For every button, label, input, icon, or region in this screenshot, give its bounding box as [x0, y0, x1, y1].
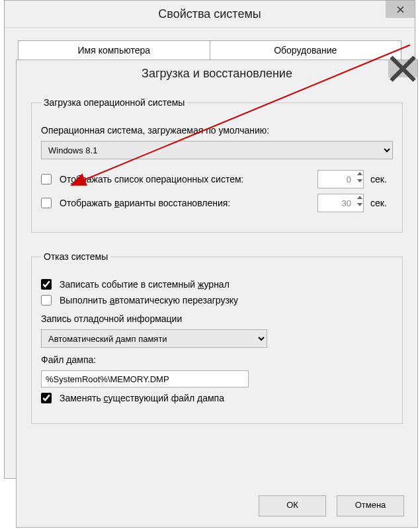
startup-recovery-dialog: Загрузка и восстановление Загрузка опера…: [16, 60, 418, 528]
parent-titlebar: Свойства системы: [5, 1, 415, 28]
log-event-label: Записать событие в системный журнал: [60, 279, 230, 290]
close-icon: [397, 6, 404, 13]
group-system-failure-legend: Отказ системы: [41, 251, 110, 262]
group-system-failure: Отказ системы Записать событие в системн…: [31, 251, 403, 424]
default-os-label: Операционная система, загружаемая по умо…: [41, 125, 269, 136]
dump-info-label: Запись отладочной информации: [41, 313, 182, 324]
child-titlebar: Загрузка и восстановление: [17, 60, 417, 87]
log-event-checkbox[interactable]: [41, 279, 52, 290]
show-os-list-checkbox[interactable]: [41, 174, 52, 184]
cancel-button[interactable]: Отмена: [337, 495, 404, 516]
show-recovery-label: Отображать варианты восстановления:: [60, 198, 230, 208]
close-icon: [388, 54, 417, 83]
seconds-unit: сек.: [370, 174, 393, 184]
parent-title: Свойства системы: [158, 7, 261, 21]
auto-restart-checkbox[interactable]: [41, 295, 52, 305]
tab-hardware[interactable]: Оборудование: [210, 40, 402, 60]
seconds-unit: сек.: [370, 198, 393, 208]
dialog-body: Загрузка операционной системы Операционн…: [31, 97, 403, 483]
show-recovery-checkbox[interactable]: [41, 198, 52, 208]
show-os-list-label: Отображать список операционных систем:: [60, 174, 243, 184]
tabstrip: Имя компьютера Оборудование: [18, 40, 401, 61]
group-system-startup-legend: Загрузка операционной системы: [41, 97, 187, 108]
parent-close-button[interactable]: [386, 1, 415, 18]
dump-file-label: Файл дампа:: [41, 354, 96, 365]
child-close-button[interactable]: [388, 60, 417, 77]
default-os-select[interactable]: Windows 8.1: [41, 141, 393, 159]
button-bar: ОК Отмена: [259, 495, 404, 516]
overwrite-dump-label: Заменять существующий файл дампа: [60, 393, 224, 403]
dump-type-select[interactable]: Автоматический дамп памяти: [41, 329, 267, 348]
group-system-startup: Загрузка операционной системы Операционн…: [31, 97, 403, 233]
ok-button[interactable]: ОК: [259, 495, 326, 516]
auto-restart-label: Выполнить автоматическую перезагрузку: [60, 295, 238, 305]
overwrite-dump-checkbox[interactable]: [41, 393, 52, 403]
dump-file-input[interactable]: [41, 370, 249, 387]
child-title: Загрузка и восстановление: [142, 67, 292, 81]
tab-computer-name[interactable]: Имя компьютера: [18, 40, 210, 60]
